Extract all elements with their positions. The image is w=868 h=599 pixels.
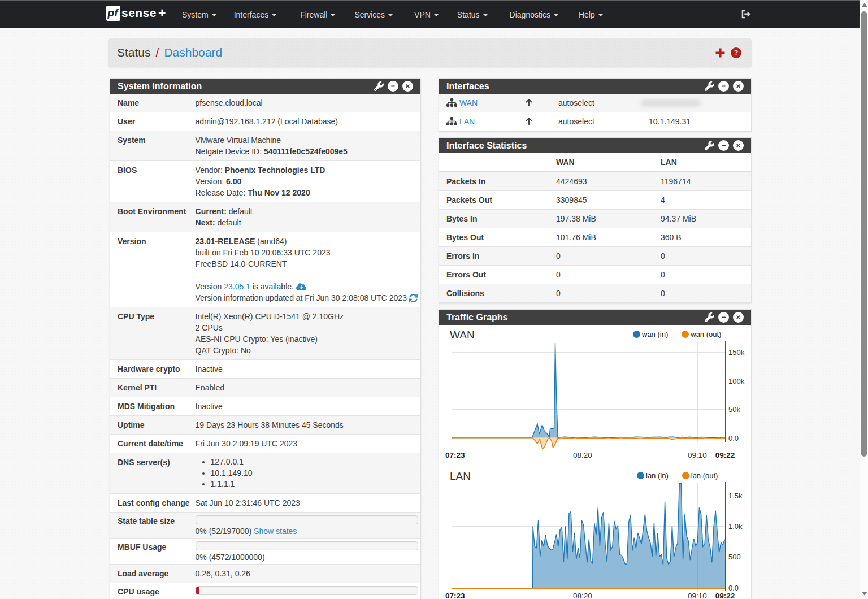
svg-text:09:10: 09:10 xyxy=(688,592,707,599)
svg-text:150k: 150k xyxy=(728,348,745,357)
svg-text:1.0k: 1.0k xyxy=(728,522,743,531)
svg-text:09:22: 09:22 xyxy=(715,451,735,459)
svg-text:07:23: 07:23 xyxy=(445,451,465,459)
svg-text:08:20: 08:20 xyxy=(573,451,592,459)
svg-text:50k: 50k xyxy=(728,405,740,414)
svg-text:100k: 100k xyxy=(728,377,745,385)
svg-text:500: 500 xyxy=(728,553,741,561)
svg-text:0.0: 0.0 xyxy=(728,434,739,442)
svg-text:09:22: 09:22 xyxy=(715,592,735,599)
svg-text:09:10: 09:10 xyxy=(688,451,707,459)
svg-text:1.5k: 1.5k xyxy=(728,492,743,500)
svg-text:08:20: 08:20 xyxy=(573,592,592,599)
svg-text:07:23: 07:23 xyxy=(445,592,465,599)
